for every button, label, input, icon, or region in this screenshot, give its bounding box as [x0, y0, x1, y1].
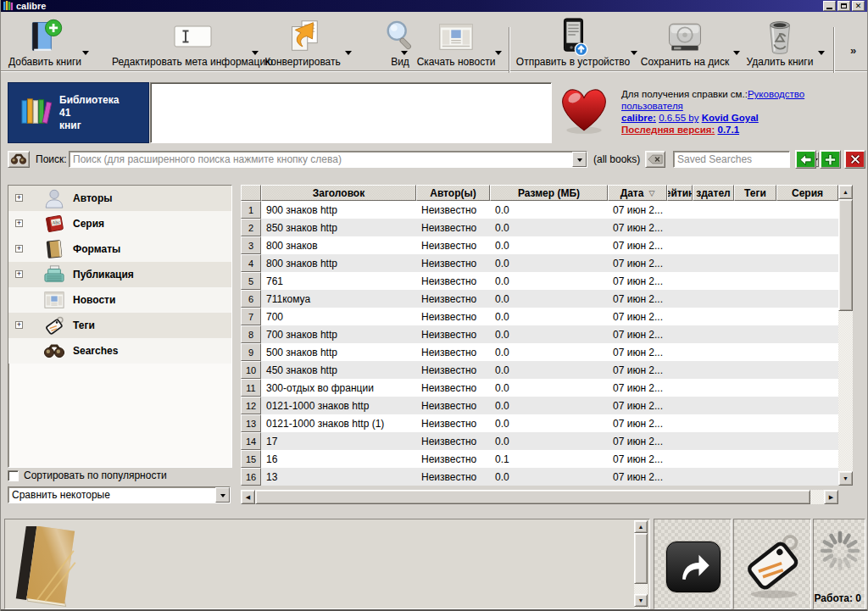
save-search-button[interactable] — [820, 150, 841, 169]
table-cell[interactable] — [734, 290, 776, 308]
delete-saved-search-button[interactable] — [844, 150, 865, 169]
add-books-button[interactable]: Добавить книги — [3, 14, 87, 69]
view-dropdown-arrow[interactable] — [401, 51, 408, 58]
details-scroll-down-button[interactable]: ▼ — [634, 594, 648, 607]
table-cell[interactable]: 0.1 — [490, 450, 608, 468]
table-cell[interactable] — [776, 290, 838, 308]
table-cell[interactable]: 07 июн 2... — [608, 201, 667, 219]
table-row[interactable]: 130121-1000 знаков http (1)Неизвестно0.0… — [241, 414, 838, 432]
row-number-cell[interactable]: 2 — [241, 219, 261, 236]
table-cell[interactable]: 0121-1000 знаков http — [261, 397, 416, 414]
table-cell[interactable] — [693, 432, 734, 450]
table-cell[interactable]: 0.0 — [490, 343, 608, 361]
sidebar-item-formats[interactable]: + Форматы — [8, 236, 231, 262]
table-cell[interactable]: Неизвестно — [416, 432, 490, 450]
table-cell[interactable]: 0.0 — [490, 290, 608, 308]
table-cell[interactable] — [693, 236, 734, 254]
table-cell[interactable]: 711комуа — [261, 290, 416, 308]
save-to-disk-button[interactable]: Сохранить на диск — [638, 14, 732, 69]
sidebar-item-searches[interactable]: Searches — [8, 338, 231, 364]
table-row[interactable]: 9500 знаков httpНеизвестно0.007 июн 2... — [241, 343, 838, 361]
table-cell[interactable] — [667, 414, 693, 432]
table-cell[interactable]: 0.0 — [490, 201, 608, 219]
table-cell[interactable]: 07 июн 2... — [608, 432, 667, 450]
table-cell[interactable] — [693, 414, 734, 432]
sidebar-item-news[interactable]: Новости — [8, 287, 231, 313]
table-cell[interactable]: 07 июн 2... — [608, 343, 667, 361]
latest-version-link[interactable]: 0.7.1 — [718, 125, 740, 135]
table-cell[interactable] — [776, 414, 838, 432]
table-row[interactable]: 11300-отдых во францииНеизвестно0.007 ию… — [241, 379, 838, 397]
table-cell[interactable] — [776, 361, 838, 379]
table-row[interactable]: 1900 знаков httpНеизвестно0.007 июн 2... — [241, 201, 838, 219]
table-cell[interactable]: Неизвестно — [416, 414, 490, 432]
table-cell[interactable]: 07 июн 2... — [608, 290, 667, 308]
details-scroll-up-button[interactable]: ▲ — [634, 520, 648, 533]
table-cell[interactable] — [776, 468, 838, 486]
table-row[interactable]: 1613Неизвестно0.007 июн 2... — [241, 468, 838, 486]
table-row[interactable]: 6711комуаНеизвестно0.007 июн 2... — [241, 290, 838, 308]
table-cell[interactable]: 0.0 — [490, 272, 608, 290]
table-scroll-right-button[interactable]: ▶ — [824, 490, 838, 504]
table-cell[interactable]: 07 июн 2... — [608, 254, 667, 272]
column-header-7[interactable]: Серия — [776, 185, 838, 201]
version-link[interactable]: 0.6.55 by — [659, 113, 698, 123]
table-vscrollbar-thumb[interactable] — [838, 199, 853, 311]
table-cell[interactable]: 07 июн 2... — [608, 397, 667, 414]
sidebar-item-series[interactable]: + Abc Серия — [8, 211, 231, 236]
table-cell[interactable] — [734, 254, 776, 272]
table-cell[interactable]: 07 июн 2... — [608, 325, 667, 343]
table-cell[interactable] — [667, 397, 693, 414]
table-cell[interactable]: 0.0 — [490, 468, 608, 486]
table-cell[interactable]: 0.0 — [490, 414, 608, 432]
row-number-cell[interactable]: 15 — [241, 450, 261, 468]
sidebar-item-authors[interactable]: + Авторы — [8, 186, 231, 211]
add-books-dropdown-arrow[interactable] — [82, 51, 89, 58]
match-combo-dropdown[interactable] — [215, 487, 230, 503]
table-row[interactable]: 8700 знаков httpНеизвестно0.007 июн 2... — [241, 325, 838, 343]
table-cell[interactable]: 0.0 — [490, 397, 608, 414]
table-cell[interactable]: 13 — [261, 468, 416, 486]
table-cell[interactable] — [693, 468, 734, 486]
expand-icon[interactable]: + — [15, 219, 23, 227]
table-scroll-up-button[interactable]: ▲ — [838, 185, 853, 199]
table-cell[interactable] — [776, 379, 838, 397]
copy-search-to-saved-button[interactable] — [795, 150, 816, 169]
table-row[interactable]: 4800 знаков httpНеизвестно0.007 июн 2... — [241, 254, 838, 272]
send-to-device-dropdown-arrow[interactable] — [631, 51, 637, 58]
column-header-4[interactable]: ейтин — [667, 185, 693, 201]
table-cell[interactable]: 07 июн 2... — [608, 450, 667, 468]
table-cell[interactable] — [734, 219, 776, 236]
table-cell[interactable] — [734, 468, 776, 486]
table-row[interactable]: 120121-1000 знаков httpНеизвестно0.007 и… — [241, 397, 838, 414]
table-cell[interactable]: 850 знаков http — [261, 219, 416, 236]
table-cell[interactable]: 16 — [261, 450, 416, 468]
table-cell[interactable] — [734, 414, 776, 432]
table-cell[interactable]: Неизвестно — [416, 254, 490, 272]
table-cell[interactable]: 0.0 — [490, 325, 608, 343]
table-cell[interactable] — [667, 468, 693, 486]
table-row[interactable]: 5761Неизвестно0.007 июн 2... — [241, 272, 838, 290]
table-cell[interactable]: 17 — [261, 432, 416, 450]
table-cell[interactable] — [667, 450, 693, 468]
table-cell[interactable] — [734, 236, 776, 254]
table-cell[interactable] — [667, 254, 693, 272]
expand-icon[interactable]: + — [15, 194, 23, 202]
table-cell[interactable] — [776, 432, 838, 450]
table-cell[interactable]: 0.0 — [490, 236, 608, 254]
column-header-2[interactable]: Размер (МБ) — [490, 185, 608, 201]
table-cell[interactable]: Неизвестно — [416, 201, 490, 219]
table-cell[interactable]: 0.0 — [490, 379, 608, 397]
column-header-1[interactable]: Автор(ы) — [416, 185, 490, 201]
table-cell[interactable] — [667, 343, 693, 361]
table-cell[interactable] — [667, 308, 693, 325]
table-cell[interactable] — [693, 379, 734, 397]
row-number-cell[interactable]: 10 — [241, 361, 261, 379]
send-to-device-button[interactable]: Отправить в устройство — [515, 14, 632, 69]
table-cell[interactable] — [734, 325, 776, 343]
table-cell[interactable] — [734, 201, 776, 219]
expand-icon[interactable]: + — [15, 245, 23, 253]
latest-version-label[interactable]: Последняя версия: — [621, 125, 715, 135]
table-cell[interactable] — [734, 308, 776, 325]
search-history-dropdown[interactable] — [572, 152, 587, 167]
